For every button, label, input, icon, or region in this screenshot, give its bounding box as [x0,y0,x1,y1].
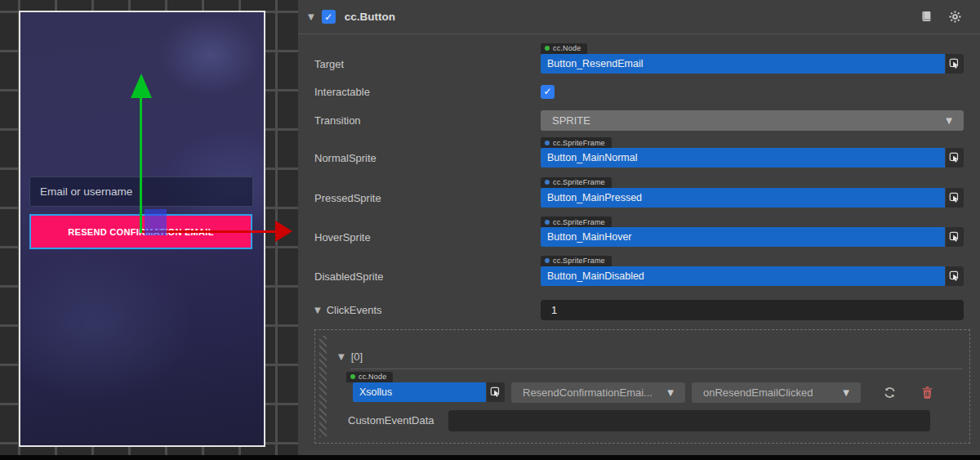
event-node-field[interactable]: Xsollus [353,382,486,402]
type-badge-spriteframe: cc.SpriteFrame [541,256,612,266]
gizmo-y-axis-arrow-icon[interactable] [131,74,152,98]
sprite-picker-button[interactable] [946,148,964,167]
refresh-icon[interactable] [880,383,898,401]
disabled-sprite-label: DisabledSprite [314,270,541,286]
inspector-panel: ▼ ✓ cc.Button Target cc.Node Button_Rese… [298,0,980,455]
bottom-bar [0,455,980,460]
chevron-down-icon: ▼ [946,116,952,125]
property-row-interactable: Interactable ✓ [298,85,980,99]
event-component-value: ResendConfirmationEmai... [523,386,653,399]
cocos-editor-window: Email or username RESEND CONFIRMATION EM… [0,0,980,460]
event-index-label: [0] [351,351,363,363]
property-row-hover-sprite: HoverSprite cc.SpriteFrame Button_MainHo… [298,215,980,248]
normal-sprite-field[interactable]: Button_MainNormal [541,148,945,167]
property-row-click-events: ▼ ClickEvents 1 [298,300,980,320]
event-handler-value: onResendEmailClicked [703,386,813,399]
hover-sprite-label: HoverSprite [314,231,541,247]
type-badge-spriteframe: cc.SpriteFrame [541,177,612,188]
collapse-chevron-icon[interactable]: ▼ [308,12,314,21]
property-row-normal-sprite: NormalSprite cc.SpriteFrame Button_MainN… [298,136,980,168]
event-component-dropdown[interactable]: ResendConfirmationEmai... ▼ [511,382,685,403]
property-row-target: Target cc.Node Button_ResendEmail [298,41,980,74]
gizmo-x-axis-arrow-icon[interactable] [275,221,292,242]
interactable-checkbox[interactable]: ✓ [541,85,555,99]
interactable-label: Interactable [314,86,541,98]
component-header: ▼ ✓ cc.Button [298,0,980,34]
gizmo-y-axis-line [140,82,142,233]
component-enabled-checkbox[interactable]: ✓ [322,10,336,24]
type-badge-node: cc.Node [346,372,393,382]
target-label: Target [314,58,541,74]
type-badge-spriteframe: cc.SpriteFrame [541,137,612,148]
custom-event-data-row: CustomEventData [348,410,930,431]
custom-event-data-input[interactable] [448,410,930,431]
event-handler-row: Xsollus ResendConfirmationEmai... ▼ onRe… [353,382,963,403]
click-events-count-field[interactable]: 1 [541,300,964,320]
type-badge-text: cc.SpriteFrame [553,218,605,226]
drag-handle[interactable] [319,336,327,437]
type-badge-text: cc.Node [553,44,581,52]
transition-label: Transition [314,114,541,127]
node-picker-button[interactable] [946,54,964,74]
collapse-chevron-icon[interactable]: ▼ [338,352,345,361]
sprite-picker-button[interactable] [946,266,964,286]
spriteframe-type-dot-icon [545,180,550,185]
type-badge-text: cc.Node [359,373,386,381]
event-item-header[interactable]: ▼ [0] [338,351,363,363]
help-doc-icon[interactable] [919,9,934,25]
transition-dropdown[interactable]: SPRITE ▼ [541,110,964,131]
type-badge-spriteframe: cc.SpriteFrame [541,217,612,227]
chevron-down-icon: ▼ [667,388,674,397]
pressed-sprite-label: PressedSprite [314,192,541,208]
divider [350,368,963,369]
target-node-field[interactable]: Button_ResendEmail [541,54,945,74]
event-handler-dropdown[interactable]: onResendEmailClicked ▼ [692,382,861,403]
click-events-label: ClickEvents [327,304,382,316]
chevron-down-icon: ▼ [843,388,849,397]
property-row-transition: Transition SPRITE ▼ [298,110,980,131]
node-type-dot-icon [545,46,550,51]
gizmo-center-handle[interactable] [145,209,167,235]
sprite-picker-button[interactable] [946,227,964,247]
spriteframe-type-dot-icon [545,141,550,145]
type-badge-text: cc.SpriteFrame [553,178,605,186]
gear-icon[interactable] [947,9,963,25]
click-events-label-group: ▼ ClickEvents [314,304,541,316]
node-picker-button[interactable] [487,382,505,402]
collapse-chevron-icon[interactable]: ▼ [314,306,321,315]
normal-sprite-label: NormalSprite [314,152,541,167]
spriteframe-type-dot-icon [545,220,550,225]
type-badge-text: cc.SpriteFrame [553,257,605,265]
node-type-dot-icon [350,374,355,379]
click-event-item-container: ▼ [0] cc.Node Xsollus ResendConfirmation… [314,329,970,444]
transition-value: SPRITE [552,114,590,127]
type-badge-node: cc.Node [541,43,587,54]
trash-icon[interactable] [918,383,936,401]
custom-event-data-label: CustomEventData [348,414,448,427]
type-badge-text: cc.SpriteFrame [553,139,605,147]
property-row-disabled-sprite: DisabledSprite cc.SpriteFrame Button_Mai… [298,253,980,286]
scene-view[interactable]: Email or username RESEND CONFIRMATION EM… [0,0,298,455]
property-row-pressed-sprite: PressedSprite cc.SpriteFrame Button_Main… [298,175,980,208]
pressed-sprite-field[interactable]: Button_MainPressed [541,188,945,208]
component-title: cc.Button [345,11,395,23]
disabled-sprite-field[interactable]: Button_MainDisabled [541,266,945,286]
spriteframe-type-dot-icon [545,258,550,263]
sprite-picker-button[interactable] [946,188,964,208]
hover-sprite-field[interactable]: Button_MainHover [541,227,945,247]
